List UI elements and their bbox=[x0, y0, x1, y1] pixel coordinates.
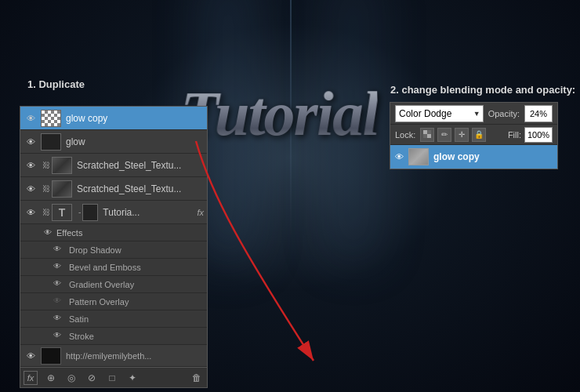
layer-row-scratched2[interactable]: 👁 ⛓ Scratched_Steel_Textu... bbox=[20, 177, 207, 201]
effect-eye-pattern[interactable]: 👁 bbox=[53, 296, 64, 307]
layer-name-glow-copy: glow copy bbox=[66, 113, 204, 124]
step1-label: 1. Duplicate bbox=[27, 78, 85, 90]
chain-icon2-tutorial: - bbox=[78, 208, 81, 216]
thumb-scratched1 bbox=[52, 157, 72, 174]
eye-icon-glow-copy[interactable]: 👁 bbox=[24, 111, 38, 125]
effect-pattern-overlay[interactable]: 👁 Pattern Overlay bbox=[20, 293, 207, 310]
layer-name-scratched1: Scratched_Steel_Textu... bbox=[77, 160, 204, 171]
eye-icon-tutorial[interactable]: 👁 bbox=[24, 205, 38, 220]
chain-icon-scratched2: ⛓ bbox=[42, 184, 50, 193]
eye-icon-scratched1[interactable]: 👁 bbox=[24, 158, 38, 172]
effect-gradient-overlay[interactable]: 👁 Gradient Overlay bbox=[20, 276, 207, 293]
lock-all-button[interactable]: 🔒 bbox=[472, 128, 486, 142]
lock-position-button[interactable]: ✛ bbox=[455, 128, 469, 142]
eye-icon-glow[interactable]: 👁 bbox=[24, 135, 38, 149]
layer-name-glow: glow bbox=[66, 136, 204, 147]
chain-icon-scratched1: ⛓ bbox=[42, 161, 50, 169]
effect-eye-satin[interactable]: 👁 bbox=[53, 314, 64, 325]
thumb-url bbox=[41, 347, 61, 365]
effect-satin[interactable]: 👁 Satin bbox=[20, 310, 207, 328]
chain-icon-tutorial: ⛓ bbox=[42, 208, 50, 216]
panel-toolbar: fx ⊕ ◎ ⊘ □ ✦ 🗑 bbox=[20, 367, 207, 387]
fill-value[interactable]: 100% bbox=[524, 127, 553, 143]
blend-row-lock: Lock: ✏ ✛ 🔒 Fill: 100% bbox=[390, 125, 557, 145]
layer-row-tutorial[interactable]: 👁 ⛓ T - Tutoria... fx bbox=[20, 201, 207, 224]
blend-row-mode: Color Dodge Normal Multiply Screen Overl… bbox=[390, 103, 557, 125]
effect-bevel-emboss[interactable]: 👁 Bevel and Emboss bbox=[20, 259, 207, 276]
svg-rect-0 bbox=[423, 130, 427, 134]
blend-eye-icon[interactable]: 👁 bbox=[395, 152, 404, 162]
effect-eye-gradient[interactable]: 👁 bbox=[53, 279, 64, 290]
svg-rect-3 bbox=[427, 134, 431, 138]
layer-row-scratched1[interactable]: 👁 ⛓ Scratched_Steel_Textu... bbox=[20, 154, 207, 177]
blend-layer-thumb bbox=[408, 148, 429, 165]
opacity-value[interactable]: 24% bbox=[524, 105, 553, 122]
delete-layer-button[interactable]: 🗑 bbox=[190, 371, 204, 385]
effect-name-satin: Satin bbox=[69, 314, 89, 324]
fill-label: Fill: bbox=[508, 130, 521, 140]
step2-label: 2. change blending mode and opacity: bbox=[390, 84, 575, 96]
checkerboard-lock-icon bbox=[423, 130, 431, 140]
layer-row-glow[interactable]: 👁 glow bbox=[20, 130, 207, 154]
blend-mode-panel: Color Dodge Normal Multiply Screen Overl… bbox=[390, 102, 558, 169]
blend-mode-select[interactable]: Color Dodge Normal Multiply Screen Overl… bbox=[395, 105, 484, 122]
eye-icon-scratched2[interactable]: 👁 bbox=[24, 182, 38, 196]
effect-eye-stroke[interactable]: 👁 bbox=[53, 331, 64, 342]
blend-layer-row[interactable]: 👁 glow copy bbox=[390, 145, 557, 169]
effects-label: Effects bbox=[56, 228, 82, 238]
lock-label: Lock: bbox=[395, 130, 415, 140]
layers-panel: 👁 glow copy 👁 glow 👁 ⛓ Scratched_Steel_T… bbox=[20, 106, 208, 388]
blend-mode-select-wrapper[interactable]: Color Dodge Normal Multiply Screen Overl… bbox=[395, 105, 484, 122]
effect-eye-bevel[interactable]: 👁 bbox=[53, 262, 64, 273]
create-layer-button[interactable]: □ bbox=[105, 371, 119, 385]
effect-drop-shadow[interactable]: 👁 Drop Shadow bbox=[20, 241, 207, 259]
layer-name-scratched2: Scratched_Steel_Textu... bbox=[77, 183, 204, 194]
effects-section: 👁 Effects 👁 Drop Shadow 👁 Bevel and Embo… bbox=[20, 224, 207, 345]
thumb-scratched2 bbox=[52, 180, 72, 198]
lock-transparent-button[interactable] bbox=[420, 128, 434, 142]
fx-icon-tutorial: fx bbox=[197, 208, 204, 217]
thumb-tutorial: T bbox=[52, 204, 72, 221]
blend-layer-name: glow copy bbox=[433, 151, 480, 162]
effect-name-bevel: Bevel and Emboss bbox=[69, 263, 141, 272]
lock-image-button[interactable]: ✏ bbox=[437, 128, 451, 142]
effect-name-stroke: Stroke bbox=[69, 332, 94, 341]
create-group-button[interactable]: ⊘ bbox=[85, 371, 99, 385]
url-layer-row[interactable]: 👁 http://emilyemilybeth... bbox=[20, 345, 207, 367]
thumb-glow bbox=[41, 133, 61, 151]
eye-icon-url[interactable]: 👁 bbox=[24, 349, 38, 363]
thumb-tutorial2 bbox=[82, 204, 98, 221]
layer-row-glow-copy[interactable]: 👁 glow copy bbox=[20, 107, 207, 130]
adjustment-layer-button[interactable]: ✦ bbox=[125, 371, 140, 385]
opacity-label: Opacity: bbox=[488, 109, 520, 118]
effects-eye-icon[interactable]: 👁 bbox=[44, 228, 52, 237]
effect-name-drop-shadow: Drop Shadow bbox=[69, 245, 121, 255]
thumb-glow-copy bbox=[41, 110, 61, 127]
url-layer-name: http://emilyemilybeth... bbox=[66, 351, 151, 361]
layer-name-tutorial: Tutoria... bbox=[103, 207, 194, 218]
add-mask-button[interactable]: ◎ bbox=[64, 371, 78, 385]
effect-name-gradient: Gradient Overlay bbox=[69, 280, 134, 289]
effect-eye-drop-shadow[interactable]: 👁 bbox=[53, 245, 64, 256]
effect-name-pattern: Pattern Overlay bbox=[69, 297, 129, 307]
canvas-tutorial-text: Tutorial bbox=[179, 79, 379, 151]
effect-stroke[interactable]: 👁 Stroke bbox=[20, 328, 207, 345]
fx-toolbar-button[interactable]: fx bbox=[24, 371, 38, 385]
effects-header: 👁 Effects bbox=[20, 224, 207, 241]
svg-rect-2 bbox=[423, 134, 427, 138]
svg-rect-1 bbox=[427, 130, 431, 134]
add-layer-style-button[interactable]: ⊕ bbox=[44, 371, 58, 385]
